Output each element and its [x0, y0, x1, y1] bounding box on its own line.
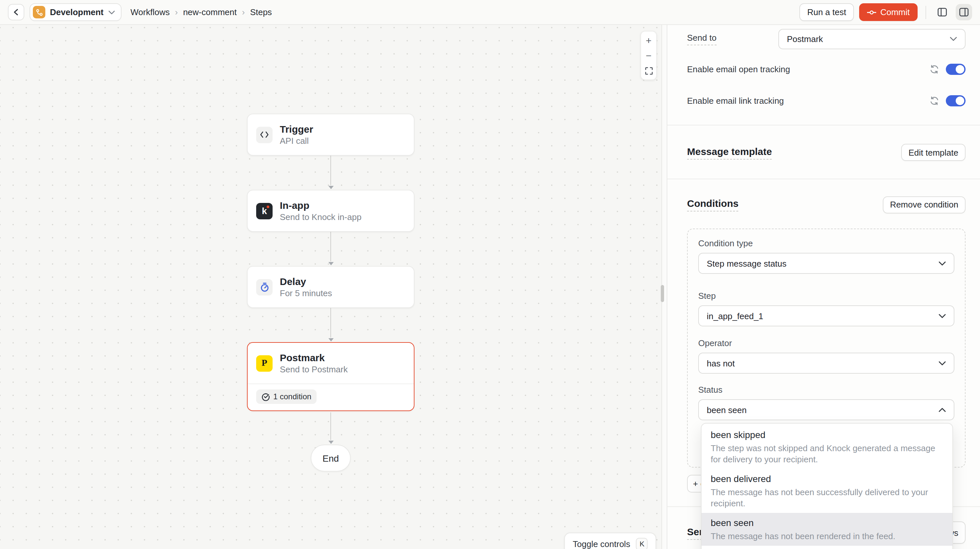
- edge-arrow: [328, 262, 334, 265]
- edge-inapp-delay: [330, 231, 331, 261]
- step-label: Step: [698, 291, 955, 301]
- node-in-app[interactable]: k In-app Send to Knock in-app: [247, 190, 414, 232]
- status-select[interactable]: been seen: [698, 399, 955, 420]
- toggle-left-panel-button[interactable]: [934, 4, 950, 21]
- conditions-heading: Conditions: [687, 198, 738, 212]
- node-postmark[interactable]: P Postmark Send to Postmark 1 condition: [247, 342, 414, 411]
- commit-label: Commit: [880, 7, 910, 17]
- toggle-controls-hint[interactable]: Toggle controls K: [564, 533, 657, 549]
- sync-icon[interactable]: [929, 64, 939, 74]
- back-button[interactable]: [8, 4, 24, 21]
- open-tracking-label: Enable email open tracking: [687, 64, 790, 74]
- end-label: End: [323, 453, 339, 463]
- topbar-divider: [926, 6, 926, 19]
- remove-condition-button[interactable]: Remove condition: [883, 196, 966, 213]
- link-tracking-toggle[interactable]: [946, 95, 966, 106]
- node-end[interactable]: End: [311, 445, 351, 471]
- condition-type-select[interactable]: Step message status: [698, 253, 955, 274]
- condition-type-label: Condition type: [698, 239, 955, 248]
- breadcrumb: Workflows › new-comment › Steps: [130, 7, 272, 17]
- keyboard-shortcut-k: K: [636, 538, 648, 549]
- breadcrumb-workflows[interactable]: Workflows: [130, 7, 169, 17]
- run-test-button[interactable]: Run a test: [799, 3, 854, 21]
- edge-postmark-end: [330, 412, 331, 440]
- node-subtitle: API call: [280, 135, 313, 146]
- send-to-value: Postmark: [787, 34, 950, 44]
- status-option-been-seen[interactable]: been seen The message has not been rende…: [702, 513, 952, 546]
- node-subtitle: Send to Knock in-app: [280, 212, 361, 222]
- environment-switcher[interactable]: Development: [30, 3, 121, 21]
- code-icon: [256, 126, 273, 143]
- breadcrumb-separator: ›: [242, 7, 245, 17]
- condition-badge: 1 condition: [256, 390, 317, 404]
- workflow-canvas[interactable]: + − Trigger API call: [0, 25, 662, 549]
- section-divider: [667, 178, 980, 179]
- canvas-zoom-controls: + −: [640, 31, 657, 80]
- zoom-in-button[interactable]: +: [640, 33, 657, 48]
- node-delay[interactable]: Delay For 5 minutes: [247, 266, 414, 308]
- chevron-down-icon: [939, 313, 946, 318]
- node-title: Delay: [280, 275, 332, 287]
- section-divider: [667, 125, 980, 126]
- toggle-right-panel-button[interactable]: [956, 4, 972, 21]
- panel-right-icon: [959, 7, 969, 17]
- step-settings-panel: Send to Postmark Enable email open track…: [667, 25, 980, 549]
- fullscreen-icon: [645, 67, 652, 75]
- status-option-been-read[interactable]: been read: [702, 546, 952, 549]
- workflow-editor: Development Workflows › new-comment › St…: [0, 0, 980, 549]
- knock-logo-icon: k: [256, 202, 273, 219]
- node-subtitle: Send to Postmark: [280, 364, 348, 375]
- panel-resize-handle[interactable]: [661, 285, 664, 302]
- status-option-been-skipped[interactable]: been skipped The step was not skipped an…: [702, 425, 952, 469]
- environment-label: Development: [50, 7, 103, 17]
- chevron-down-icon: [939, 261, 946, 266]
- panel-left-icon: [937, 7, 947, 17]
- operator-select[interactable]: has not: [698, 353, 955, 374]
- chevron-left-icon: [13, 8, 19, 16]
- node-title: Postmark: [280, 352, 348, 363]
- condition-badge-label: 1 condition: [273, 392, 311, 401]
- edge-arrow: [328, 441, 334, 444]
- operator-label: Operator: [698, 338, 955, 348]
- node-subtitle: For 5 minutes: [280, 288, 332, 299]
- send-to-select[interactable]: Postmark: [778, 29, 966, 49]
- edge-arrow: [328, 186, 334, 189]
- chevron-up-icon: [939, 407, 946, 412]
- send-to-label: Send to: [687, 33, 717, 45]
- fit-view-button[interactable]: [640, 63, 657, 78]
- node-title: In-app: [280, 199, 361, 211]
- breadcrumb-steps[interactable]: Steps: [250, 7, 272, 17]
- breadcrumb-workflow-name[interactable]: new-comment: [183, 7, 237, 17]
- commit-icon: [867, 10, 876, 15]
- chevron-down-icon: [950, 37, 957, 41]
- commit-button[interactable]: Commit: [859, 3, 918, 21]
- status-dropdown-menu: been skipped The step was not skipped an…: [701, 423, 953, 549]
- breadcrumb-separator: ›: [175, 7, 178, 17]
- git-branch-icon: [33, 6, 45, 18]
- sync-icon[interactable]: [929, 95, 939, 105]
- chevron-down-icon: [108, 10, 115, 14]
- edit-template-button[interactable]: Edit template: [901, 144, 966, 161]
- status-option-been-delivered[interactable]: been delivered The message has not been …: [702, 469, 952, 513]
- stopwatch-icon: [256, 279, 273, 295]
- zoom-out-button[interactable]: −: [640, 48, 657, 63]
- step-select[interactable]: in_app_feed_1: [698, 306, 955, 326]
- check-circle-icon: [261, 392, 270, 401]
- edge-arrow: [328, 338, 334, 342]
- node-trigger[interactable]: Trigger API call: [247, 114, 414, 156]
- edge-trigger-inapp: [330, 155, 331, 185]
- status-label: Status: [698, 385, 955, 395]
- open-tracking-toggle[interactable]: [946, 64, 966, 75]
- top-bar: Development Workflows › new-comment › St…: [0, 0, 980, 25]
- message-template-heading: Message template: [687, 145, 772, 159]
- edge-delay-postmark: [330, 307, 331, 337]
- node-title: Trigger: [280, 123, 313, 135]
- chevron-down-icon: [939, 361, 946, 366]
- toggle-controls-label: Toggle controls: [573, 539, 630, 549]
- postmark-logo-icon: P: [256, 355, 273, 371]
- link-tracking-label: Enable email link tracking: [687, 95, 784, 105]
